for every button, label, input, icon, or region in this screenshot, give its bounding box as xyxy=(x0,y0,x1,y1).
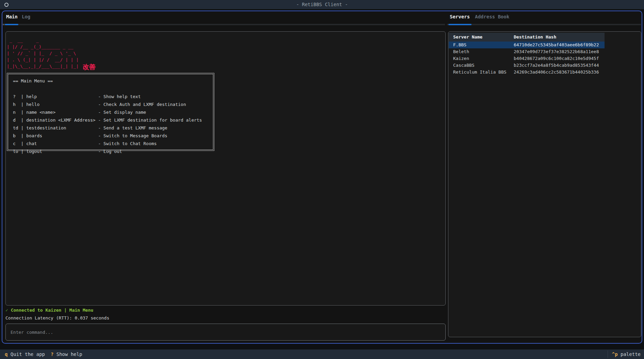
table-row[interactable]: CascaBBSb23ccf7a2e4a8f5b4cab9ad853543f44 xyxy=(449,62,605,69)
destination-hash-cell[interactable]: b40428672a09c6c100ca82c10e5d945f xyxy=(514,55,600,62)
tab-address-book[interactable]: Address Book xyxy=(475,13,509,21)
app-title: - RetiBBS Client - xyxy=(0,0,644,9)
main-menu-box: == Main Menu == ? | help - Show help tex… xyxy=(7,73,214,151)
left-tab-rule-dash xyxy=(3,24,4,25)
table-row[interactable]: Reticulum Italia BBS24269c3ad406cc2c5836… xyxy=(449,69,605,76)
palette-label[interactable]: palette xyxy=(618,352,641,357)
footer-keybindings: q Quit the app ? Show help xyxy=(5,349,82,359)
table-row[interactable]: F.BBS64710de27c5345baf403aee6b6f89b22 xyxy=(449,42,605,48)
server-table: Server Name Destination Hash F.BBS64710d… xyxy=(449,33,605,76)
server-list-panel: Server Name Destination Hash F.BBS64710d… xyxy=(448,31,641,337)
destination-hash-cell[interactable]: 24269c3ad406cc2c583671b44025b336 xyxy=(514,69,600,76)
help-label[interactable]: Show help xyxy=(53,352,82,357)
server-name-cell[interactable]: Reticulum Italia BBS xyxy=(449,69,514,76)
connection-status-text: Connected to Kaizen | Main Menu xyxy=(8,308,93,313)
quit-label[interactable]: Quit the app xyxy=(7,352,45,357)
tab-servers-active-underline xyxy=(448,24,472,25)
server-name-cell[interactable]: Beleth xyxy=(449,48,514,55)
connection-status: ✓ Connected to Kaizen | Main Menu xyxy=(5,308,93,313)
palette-key-hint[interactable]: ^p xyxy=(612,352,618,357)
footer-bar: q Quit the app ? Show help ^p palette xyxy=(0,349,644,359)
palette-keybinding[interactable]: ^p palette xyxy=(612,349,641,359)
command-input-box xyxy=(5,324,446,341)
tab-log[interactable]: Log xyxy=(22,13,30,21)
table-row[interactable]: Beleth20347e09d773ef37e382522b68a11ee8 xyxy=(449,48,605,55)
server-name-cell[interactable]: CascaBBS xyxy=(449,62,514,69)
latency-text: Connection Latency (RTT): 0.037 seconds xyxy=(5,315,109,321)
tab-servers[interactable]: Servers xyxy=(450,13,470,21)
destination-hash-cell[interactable]: 20347e09d773ef37e382522b68a11ee8 xyxy=(514,48,600,55)
destination-hash-cell[interactable]: 64710de27c5345baf403aee6b6f89b22 xyxy=(514,42,600,48)
title-bar: - RetiBBS Client - xyxy=(0,0,644,9)
footer-divider xyxy=(608,350,608,358)
kaizen-kanji: 改善 xyxy=(83,63,96,72)
server-table-header: Server Name Destination Hash xyxy=(449,33,605,42)
tab-main[interactable]: Main xyxy=(6,13,18,21)
main-output-panel xyxy=(5,31,446,306)
check-icon: ✓ xyxy=(5,308,8,313)
column-server-name: Server Name xyxy=(449,33,514,42)
tab-main-active-underline xyxy=(5,24,18,25)
right-tab-rule xyxy=(447,24,641,25)
server-name-cell[interactable]: F.BBS xyxy=(449,42,514,48)
kaizen-ascii-banner: _ __ _ | |/ /__ _(_)_______ _ __ | ' // … xyxy=(7,37,79,69)
left-tab-rule xyxy=(3,24,445,25)
command-input[interactable] xyxy=(11,324,439,340)
main-menu-text: == Main Menu == ? | help - Show help tex… xyxy=(13,77,202,155)
destination-hash-cell[interactable]: b23ccf7a2e4a8f5b4cab9ad853543f44 xyxy=(514,62,600,69)
server-rows: F.BBS64710de27c5345baf403aee6b6f89b22Bel… xyxy=(449,42,605,76)
column-destination-hash: Destination Hash xyxy=(514,33,600,42)
table-row[interactable]: Kaizenb40428672a09c6c100ca82c10e5d945f xyxy=(449,55,605,62)
server-name-cell[interactable]: Kaizen xyxy=(449,55,514,62)
